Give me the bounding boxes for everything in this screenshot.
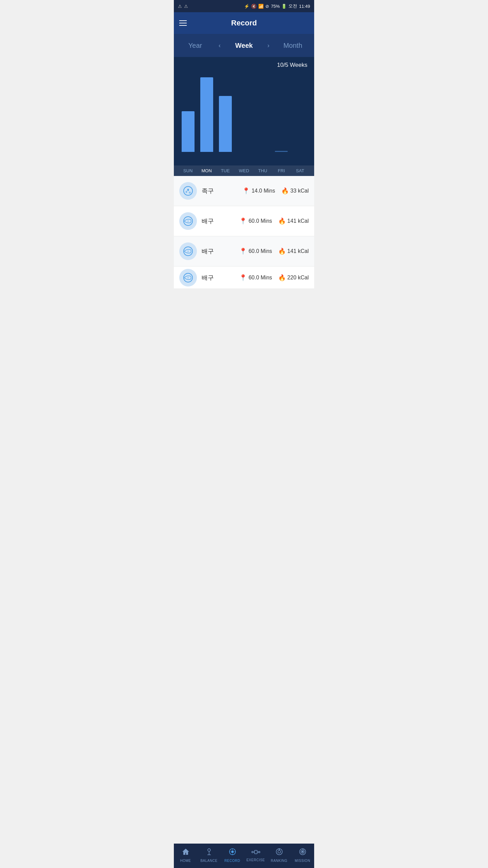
no-sim-icon: ⊘ [265, 4, 269, 9]
tab-year[interactable]: Year [174, 42, 217, 50]
stat-kcal-3: 🔥 141 kCal [278, 248, 309, 255]
activity-name-1: 족구 [202, 187, 222, 195]
header: Record [174, 12, 314, 34]
kcal-text-2: 141 kCal [287, 218, 309, 224]
svg-point-5 [187, 251, 189, 252]
svg-point-1 [189, 192, 191, 194]
activity-name-3: 배구 [202, 247, 222, 255]
activity-stats-2: 📍 60.0 Mins 🔥 141 kCal [239, 217, 309, 225]
activity-icon-volleyball-3 [179, 242, 197, 260]
bar-sun [179, 111, 197, 152]
stat-mins-4: 📍 60.0 Mins [239, 274, 272, 281]
day-wed: WED [235, 168, 253, 173]
bar-tue-fill [219, 96, 232, 152]
stat-kcal-4: 🔥 220 kCal [278, 274, 309, 281]
menu-button[interactable] [179, 20, 187, 26]
ampm: 오전 [288, 3, 297, 9]
flame-icon-1: 🔥 [281, 187, 289, 195]
warning-icon-2: ⚠ [184, 4, 188, 9]
svg-point-7 [187, 277, 189, 278]
flame-icon-4: 🔥 [278, 274, 286, 281]
activity-stats-1: 📍 14.0 Mins 🔥 33 kCal [242, 187, 309, 195]
stat-mins-2: 📍 60.0 Mins [239, 217, 272, 225]
warning-icon-1: ⚠ [178, 4, 182, 9]
bar-fri [272, 151, 291, 152]
stat-kcal-2: 🔥 141 kCal [278, 217, 309, 225]
clock: 11:49 [299, 4, 310, 9]
mins-text-2: 60.0 Mins [248, 218, 272, 224]
flame-icon-2: 🔥 [278, 217, 286, 225]
bar-fri-fill [275, 151, 288, 152]
status-left: ⚠ ⚠ [178, 4, 188, 9]
bar-mon-fill [200, 77, 213, 152]
bluetooth-icon: ⚡ [244, 4, 249, 9]
bar-mon [197, 77, 216, 152]
day-labels: SUN MON TUE WED THU FRI SAT [174, 165, 314, 176]
activity-icon-volleyball-2 [179, 212, 197, 230]
day-fri: FRI [272, 168, 291, 173]
bar-chart [177, 71, 311, 152]
stat-kcal-1: 🔥 33 kCal [281, 187, 309, 195]
flame-icon-3: 🔥 [278, 248, 286, 255]
day-thu: THU [253, 168, 272, 173]
list-item[interactable]: 배구 📍 60.0 Mins 🔥 141 kCal [174, 206, 314, 236]
activity-name-4: 배구 [202, 274, 222, 282]
period-tabs: Year ‹ Week › Month [174, 34, 314, 57]
mute-icon: 🔇 [251, 4, 257, 9]
status-bar: ⚠ ⚠ ⚡ 🔇 📶 ⊘ 75% 🔋 오전 11:49 [174, 0, 314, 12]
stat-mins-3: 📍 60.0 Mins [239, 248, 272, 255]
pin-icon-4: 📍 [239, 274, 247, 281]
mins-text-1: 14.0 Mins [251, 188, 275, 194]
pin-icon-1: 📍 [242, 187, 250, 195]
mins-text-3: 60.0 Mins [248, 248, 272, 254]
day-sun: SUN [179, 168, 197, 173]
tab-week[interactable]: Week [223, 42, 265, 50]
week-label: 10/5 Weeks [177, 60, 311, 68]
chart-area: 10/5 Weeks [174, 57, 314, 165]
page-title: Record [231, 19, 257, 27]
mins-text-4: 60.0 Mins [248, 275, 272, 281]
activity-stats-3: 📍 60.0 Mins 🔥 141 kCal [239, 248, 309, 255]
kcal-text-3: 141 kCal [287, 248, 309, 254]
activity-stats-4: 📍 60.0 Mins 🔥 220 kCal [239, 274, 309, 281]
tab-month[interactable]: Month [271, 42, 314, 50]
list-item[interactable]: 배구 📍 60.0 Mins 🔥 220 kCal [174, 267, 314, 289]
next-arrow[interactable]: › [265, 42, 271, 49]
day-tue: TUE [216, 168, 235, 173]
status-right: ⚡ 🔇 📶 ⊘ 75% 🔋 오전 11:49 [244, 3, 310, 9]
activity-name-2: 배구 [202, 217, 222, 225]
day-sat: SAT [291, 168, 309, 173]
battery-icon: 🔋 [281, 4, 287, 9]
bar-tue [216, 96, 235, 152]
battery-level: 75% [271, 4, 280, 9]
svg-point-3 [187, 220, 189, 222]
activity-icon-soccer [179, 182, 197, 200]
kcal-text-4: 220 kCal [287, 275, 309, 281]
wifi-icon: 📶 [258, 4, 264, 9]
day-mon: MON [197, 168, 216, 173]
activity-list: 족구 📍 14.0 Mins 🔥 33 kCal [174, 176, 314, 289]
stat-mins-1: 📍 14.0 Mins [242, 187, 275, 195]
list-item[interactable]: 족구 📍 14.0 Mins 🔥 33 kCal [174, 176, 314, 206]
kcal-text-1: 33 kCal [290, 188, 309, 194]
list-item[interactable]: 배구 📍 60.0 Mins 🔥 141 kCal [174, 236, 314, 267]
bar-sun-fill [182, 111, 195, 152]
pin-icon-3: 📍 [239, 248, 247, 255]
pin-icon-2: 📍 [239, 217, 247, 225]
activity-icon-volleyball-4 [179, 269, 197, 287]
prev-arrow[interactable]: ‹ [217, 42, 223, 49]
